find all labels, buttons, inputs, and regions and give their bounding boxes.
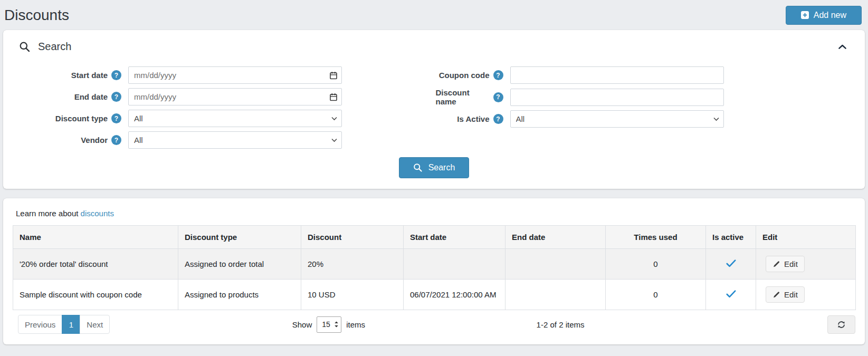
column-header-times-used: Times used	[606, 226, 706, 249]
cell-is-active	[706, 249, 756, 280]
cell-times-used: 0	[606, 280, 706, 310]
page-size-select[interactable]: 15	[317, 316, 341, 333]
start-date-row: Start date ?	[16, 66, 436, 84]
search-icon	[19, 41, 31, 53]
coupon-code-label: Coupon code	[439, 71, 490, 80]
start-date-input[interactable]	[128, 66, 342, 84]
pagination-next[interactable]: Next	[80, 315, 110, 334]
search-panel-title: Search	[38, 41, 71, 53]
cell-discount: 20%	[301, 249, 404, 280]
search-panel: Search Start date ?	[3, 30, 865, 189]
table-footer: Previous 1 Next Show 15 items 1-2 of 2 i…	[13, 315, 855, 334]
cell-end-date	[505, 280, 606, 310]
pagination: Previous 1 Next	[18, 315, 110, 334]
is-active-label: Is Active	[457, 114, 489, 123]
plus-square-icon	[801, 11, 809, 19]
table-row: Sample discount with coupon code Assigne…	[13, 280, 856, 310]
is-active-row: Is Active ? All	[436, 110, 856, 128]
end-date-input[interactable]	[128, 88, 342, 105]
top-bar: Discounts Add new	[0, 0, 868, 30]
search-button[interactable]: Search	[399, 157, 470, 178]
column-header-is-active: Is active	[706, 226, 756, 249]
show-label: Show	[292, 320, 312, 329]
column-header-discount: Discount	[301, 226, 404, 249]
discount-type-label: Discount type	[55, 114, 108, 123]
check-icon	[726, 259, 736, 267]
cell-times-used: 0	[606, 249, 706, 280]
cell-name: '20% order total' discount	[13, 249, 178, 280]
discount-type-row: Discount type ? All	[16, 110, 436, 127]
check-icon	[726, 290, 736, 298]
help-icon[interactable]: ?	[111, 92, 121, 102]
coupon-code-input[interactable]	[510, 66, 724, 84]
help-icon[interactable]: ?	[493, 70, 503, 80]
help-icon[interactable]: ?	[111, 70, 121, 80]
cell-discount: 10 USD	[301, 280, 404, 310]
discount-name-label: Discount name	[436, 88, 490, 106]
refresh-button[interactable]	[827, 315, 855, 334]
edit-button[interactable]: Edit	[766, 256, 805, 272]
chevron-up-icon	[838, 44, 847, 50]
cell-discount-type: Assigned to order total	[178, 249, 301, 280]
pencil-icon	[772, 261, 780, 268]
collapse-button[interactable]	[836, 42, 849, 52]
coupon-code-row: Coupon code ?	[436, 66, 856, 84]
learn-more-text: Learn more about discounts	[16, 209, 855, 218]
pagination-previous[interactable]: Previous	[18, 315, 62, 334]
items-count: 1-2 of 2 items	[434, 320, 687, 329]
discounts-panel: Learn more about discounts Name Discount…	[3, 198, 865, 344]
help-icon[interactable]: ?	[111, 113, 121, 123]
cell-start-date	[404, 249, 505, 280]
table-row: '20% order total' discount Assigned to o…	[13, 249, 856, 280]
column-header-edit: Edit	[756, 226, 856, 249]
cell-edit: Edit	[756, 280, 856, 310]
discounts-link[interactable]: discounts	[81, 209, 114, 218]
cell-is-active	[706, 280, 756, 310]
help-icon[interactable]: ?	[111, 135, 121, 145]
discount-type-select[interactable]: All	[128, 110, 342, 127]
search-form: Start date ? End date ?	[3, 59, 865, 153]
end-date-row: End date ?	[16, 88, 436, 105]
search-panel-header[interactable]: Search	[3, 30, 865, 59]
vendor-label: Vendor	[81, 136, 108, 145]
help-icon[interactable]: ?	[493, 114, 503, 124]
discount-name-row: Discount name ?	[436, 88, 856, 106]
pagination-page-1[interactable]: 1	[62, 315, 80, 334]
cell-end-date	[505, 249, 606, 280]
table-header-row: Name Discount type Discount Start date E…	[13, 226, 856, 249]
edit-button[interactable]: Edit	[766, 286, 805, 303]
start-date-label: Start date	[71, 71, 108, 80]
cell-name: Sample discount with coupon code	[13, 280, 178, 310]
column-header-discount-type: Discount type	[178, 226, 301, 249]
add-new-button[interactable]: Add new	[786, 6, 862, 25]
items-label: items	[346, 320, 365, 329]
search-button-label: Search	[428, 163, 455, 172]
column-header-name: Name	[13, 226, 178, 249]
cell-discount-type: Assigned to products	[178, 280, 301, 310]
is-active-select[interactable]: All	[510, 110, 724, 128]
vendor-select[interactable]: All	[128, 131, 342, 149]
page-title: Discounts	[4, 7, 69, 24]
discount-name-input[interactable]	[510, 89, 724, 106]
discounts-table: Name Discount type Discount Start date E…	[13, 225, 856, 310]
cell-edit: Edit	[756, 249, 856, 280]
help-icon[interactable]: ?	[493, 92, 503, 102]
column-header-start-date: Start date	[404, 226, 505, 249]
end-date-label: End date	[74, 92, 108, 101]
vendor-row: Vendor ? All	[16, 131, 436, 149]
refresh-icon	[837, 320, 846, 329]
search-icon	[413, 163, 423, 172]
add-new-label: Add new	[814, 11, 846, 20]
column-header-end-date: End date	[505, 226, 606, 249]
cell-start-date: 06/07/2021 12:00:00 AM	[404, 280, 505, 310]
pencil-icon	[772, 291, 780, 299]
